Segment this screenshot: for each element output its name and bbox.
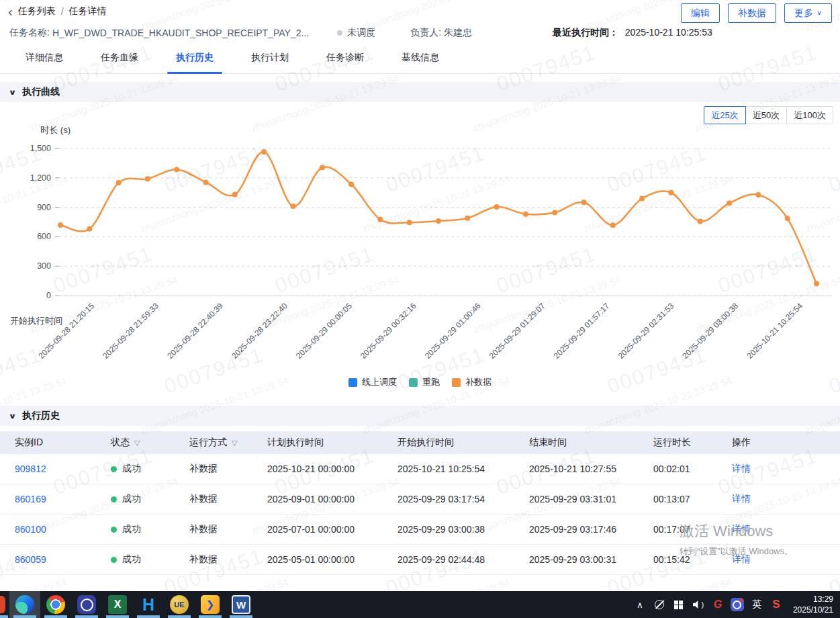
status-text: 成功	[122, 554, 141, 566]
clock-time: 13:29	[793, 594, 833, 605]
edit-button[interactable]: 编辑	[681, 3, 720, 23]
legend-label: 线上调度	[362, 376, 397, 388]
range-last-25-button[interactable]: 近25次	[704, 106, 745, 124]
taskbar-app-hbuilder[interactable]: H	[133, 591, 164, 618]
collapse-chevron-icon[interactable]: ∨	[9, 88, 17, 97]
system-tray: 英13:292025/10/21	[633, 594, 840, 615]
column-header-label: 运行时长	[653, 437, 691, 449]
watermark-user: zhujianzhong 2025-10-21 13:29:54	[139, 576, 290, 591]
column-header-2: 运行方式▽	[189, 437, 267, 449]
edge-icon	[15, 595, 34, 614]
start-time-cell: 2025-09-29 03:00:38	[398, 524, 529, 535]
comm-icon	[77, 595, 96, 614]
taskbar-app-ucompare[interactable]: ❯	[195, 591, 226, 618]
tab-exec-history[interactable]: 执行历史	[167, 52, 222, 73]
taskbar-app-ue[interactable]: UE	[164, 591, 195, 618]
instance-id-link[interactable]: 860059	[15, 554, 111, 565]
svg-text:0: 0	[46, 291, 51, 300]
more-button[interactable]: 更多 ∨	[784, 3, 832, 23]
network-glyph	[655, 600, 664, 609]
detail-link[interactable]: 详情	[732, 554, 840, 566]
success-dot-icon	[111, 466, 117, 472]
tab-detail-info[interactable]: 详细信息	[17, 52, 72, 73]
header-actions: 编辑 补数据 更多 ∨	[681, 3, 832, 23]
taskbar-app-chrome[interactable]	[40, 591, 71, 618]
collapse-chevron-icon[interactable]: ∨	[9, 412, 17, 421]
start-time-cell: 2025-10-21 10:25:54	[398, 464, 529, 474]
range-last-50-button[interactable]: 近50次	[745, 106, 787, 124]
hbuilder-icon: H	[139, 595, 158, 614]
svg-text:2025-09-28 23:22:40: 2025-09-28 23:22:40	[230, 301, 289, 361]
column-header-label: 状态	[111, 437, 130, 449]
taskbar-app-excel[interactable]: X	[102, 591, 133, 618]
detail-link[interactable]: 详情	[732, 493, 840, 505]
svg-text:1,200: 1,200	[30, 173, 51, 183]
instance-id-link[interactable]: 860100	[15, 524, 111, 535]
detail-link[interactable]: 详情	[732, 523, 840, 535]
svg-text:2025-09-29 01:00:46: 2025-09-29 01:00:46	[423, 301, 483, 361]
table-row: 860059成功补数据2025-05-01 00:00:002025-09-29…	[0, 545, 840, 575]
plan-time-cell: 2025-07-01 00:00:00	[267, 524, 398, 535]
task-name-label: 任务名称:	[9, 27, 50, 39]
chrome-icon	[46, 595, 65, 614]
taskbar-app-edge[interactable]	[9, 591, 40, 618]
end-time-cell: 2025-09-29 03:00:31	[529, 554, 653, 565]
status-dot-icon	[337, 30, 342, 36]
tab-baseline[interactable]: 基线信息	[393, 52, 448, 73]
start-time-cell: 2025-09-29 02:44:48	[398, 554, 529, 565]
column-header-label: 结束时间	[529, 437, 567, 449]
breadcrumb-task-list[interactable]: 任务列表	[18, 5, 56, 17]
range-button-group: 近25次近50次近100次	[704, 106, 833, 124]
taskbar-clock[interactable]: 13:292025/10/21	[793, 594, 833, 615]
ime-icon[interactable]: 英	[750, 598, 763, 611]
capture-icon[interactable]	[731, 598, 744, 611]
windows-taskbar: XHUE❯W 英13:292025/10/21	[0, 591, 840, 618]
tab-lineage[interactable]: 任务血缘	[92, 52, 147, 73]
duration-cell: 00:02:01	[653, 464, 732, 474]
owner-field: 负责人: 朱建忠	[410, 27, 472, 39]
partial-app-icon[interactable]	[0, 591, 9, 618]
detail-link[interactable]: 详情	[732, 463, 840, 475]
duration-cell: 00:15:42	[653, 554, 732, 565]
range-last-100-button[interactable]: 近100次	[786, 106, 833, 124]
backfill-button[interactable]: 补数据	[728, 3, 776, 23]
ue-icon: UE	[170, 595, 189, 614]
tab-exec-plan[interactable]: 执行计划	[242, 52, 297, 73]
windows-icon[interactable]	[672, 598, 686, 611]
legend-item-2[interactable]: 补数据	[452, 376, 492, 388]
top-bar: ‹ 任务列表 / 任务详情 编辑 补数据 更多 ∨	[0, 0, 840, 24]
status-cell: 成功	[111, 463, 189, 475]
filter-funnel-icon[interactable]: ▽	[232, 439, 237, 447]
instance-id-link[interactable]: 860169	[15, 494, 111, 504]
taskbar-app-word[interactable]: W	[226, 591, 256, 618]
run-type-cell: 补数据	[189, 554, 267, 566]
table-row: 909812成功补数据2025-10-21 00:00:002025-10-21…	[0, 454, 840, 484]
chevron-up-icon[interactable]	[633, 598, 647, 611]
watermark-user: zhujianzhong 2025-10-21 13:29:54	[0, 576, 68, 591]
filter-funnel-icon[interactable]: ▽	[134, 439, 140, 447]
instance-id-link[interactable]: 909812	[15, 464, 111, 474]
g-app-icon[interactable]	[711, 598, 725, 611]
column-header-7: 操作	[732, 437, 840, 449]
success-dot-icon	[111, 557, 117, 563]
legend-swatch-icon	[452, 378, 461, 387]
network-icon[interactable]	[653, 598, 666, 611]
svg-text:900: 900	[37, 203, 51, 212]
svg-text:300: 300	[37, 261, 51, 271]
legend-item-1[interactable]: 重跑	[409, 376, 440, 388]
svg-text:开始执行时间: 开始执行时间	[10, 316, 62, 326]
ucompare-icon: ❯	[201, 595, 220, 614]
status-cell: 成功	[111, 554, 189, 566]
curve-section-title: 执行曲线	[22, 86, 60, 98]
run-type-cell: 补数据	[189, 523, 267, 535]
taskbar-app-comm[interactable]	[71, 591, 102, 618]
execution-curve-chart[interactable]: 03006009001,2001,500时长 (s)开始执行时间2025-09-…	[0, 122, 840, 372]
svg-text:2025-09-29 03:00:38: 2025-09-29 03:00:38	[681, 301, 741, 361]
sogou-icon[interactable]	[769, 598, 783, 611]
table-header-row: 实例ID状态▽运行方式▽计划执行时间开始执行时间结束时间运行时长操作	[0, 431, 840, 454]
back-chevron-icon[interactable]: ‹	[8, 7, 13, 16]
volume-icon[interactable]	[692, 598, 705, 611]
legend-item-0[interactable]: 线上调度	[348, 376, 397, 388]
tab-diagnosis[interactable]: 任务诊断	[318, 52, 373, 73]
excel-icon: X	[108, 595, 127, 614]
